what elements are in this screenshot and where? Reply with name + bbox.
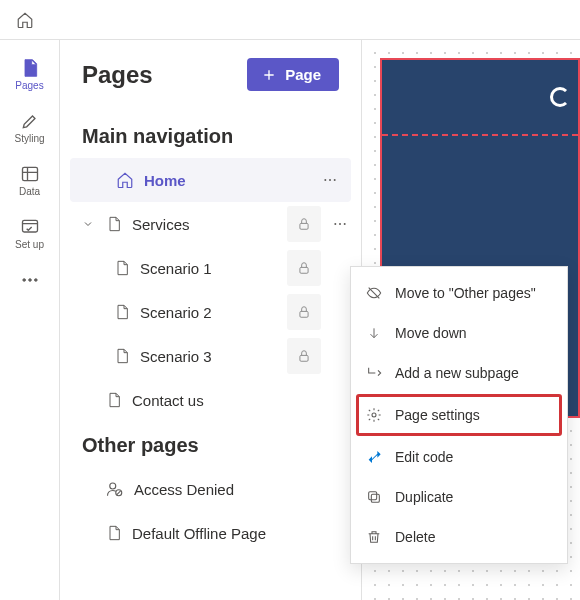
tree-label: Contact us [132,392,204,409]
code-icon [365,449,383,465]
page-icon [106,391,122,409]
page-icon [114,347,130,365]
svg-point-2 [22,279,25,282]
more-icon[interactable] [315,172,345,188]
svg-rect-13 [300,311,308,317]
plus-icon [261,67,277,83]
rail-pages[interactable]: Pages [0,50,60,97]
context-menu: Move to "Other pages" Move down Add a ne… [350,266,568,564]
lock-icon [287,250,321,286]
menu-label: Page settings [395,407,480,423]
page-icon [114,303,130,321]
svg-rect-14 [300,355,308,361]
tree-row-contact[interactable]: Contact us [60,378,361,422]
rail-data[interactable]: Data [0,156,60,203]
svg-point-5 [324,179,326,181]
panel-title: Pages [82,61,153,89]
tree-label: Services [132,216,190,233]
tree-label: Access Denied [134,481,234,498]
svg-rect-1 [22,220,37,232]
menu-duplicate[interactable]: Duplicate [351,477,567,517]
pages-panel: Pages Page Main navigation Home [60,40,362,600]
svg-rect-12 [300,267,308,273]
menu-label: Edit code [395,449,453,465]
menu-delete[interactable]: Delete [351,517,567,557]
menu-page-settings[interactable]: Page settings [357,395,561,435]
more-icon[interactable] [325,216,355,232]
svg-point-3 [28,279,31,282]
left-rail: Pages Styling Data Set up [0,40,60,600]
tree-label: Default Offline Page [132,525,266,542]
duplicate-icon [365,489,383,505]
tree-row-scenario3[interactable]: Scenario 3 [60,334,361,378]
svg-point-4 [34,279,37,282]
home-icon [116,171,134,189]
preview-header [382,60,578,136]
spinner-icon [550,87,570,107]
menu-label: Move to "Other pages" [395,285,536,301]
menu-edit-code[interactable]: Edit code [351,437,567,477]
svg-rect-19 [369,492,377,500]
tree-row-scenario1[interactable]: Scenario 1 [60,246,361,290]
rail-more[interactable] [0,262,60,296]
page-icon [106,215,122,233]
tree-row-home[interactable]: Home [70,158,351,202]
svg-rect-18 [371,494,379,502]
svg-point-7 [334,179,336,181]
rail-pages-label: Pages [15,80,43,91]
main-nav-heading: Main navigation [60,113,361,158]
home-icon[interactable] [16,11,34,29]
menu-label: Duplicate [395,489,453,505]
svg-rect-8 [300,223,308,229]
menu-move-other[interactable]: Move to "Other pages" [351,273,567,313]
svg-point-10 [339,223,341,225]
add-page-label: Page [285,66,321,83]
person-denied-icon [106,480,124,498]
topbar [0,0,580,40]
menu-label: Move down [395,325,467,341]
menu-label: Delete [395,529,435,545]
tree-row-default-offline[interactable]: Default Offline Page [60,511,361,555]
lock-icon [287,338,321,374]
rail-data-label: Data [19,186,40,197]
tree-row-scenario2[interactable]: Scenario 2 [60,290,361,334]
chevron-down-icon[interactable] [82,218,96,230]
svg-point-6 [329,179,331,181]
tree-label: Scenario 1 [140,260,212,277]
arrow-down-icon [365,325,383,341]
menu-move-down[interactable]: Move down [351,313,567,353]
svg-point-17 [372,413,376,417]
menu-label: Add a new subpage [395,365,519,381]
lock-icon [287,206,321,242]
tree-row-access-denied[interactable]: Access Denied [60,467,361,511]
tree-label: Scenario 2 [140,304,212,321]
add-page-button[interactable]: Page [247,58,339,91]
svg-point-11 [344,223,346,225]
gear-icon [365,407,383,423]
rail-styling[interactable]: Styling [0,103,60,150]
page-icon [114,259,130,277]
svg-point-9 [334,223,336,225]
page-tree: Home Services [60,158,361,422]
page-icon [106,524,122,542]
menu-add-subpage[interactable]: Add a new subpage [351,353,567,393]
lock-icon [287,294,321,330]
subpage-icon [365,365,383,381]
eye-off-icon [365,285,383,301]
tree-label: Home [144,172,186,189]
trash-icon [365,529,383,545]
tree-row-services[interactable]: Services [60,202,361,246]
rail-setup[interactable]: Set up [0,209,60,256]
svg-point-15 [110,483,116,489]
rail-setup-label: Set up [15,239,44,250]
tree-label: Scenario 3 [140,348,212,365]
svg-rect-0 [22,167,37,180]
other-pages-heading: Other pages [60,422,361,467]
rail-styling-label: Styling [14,133,44,144]
